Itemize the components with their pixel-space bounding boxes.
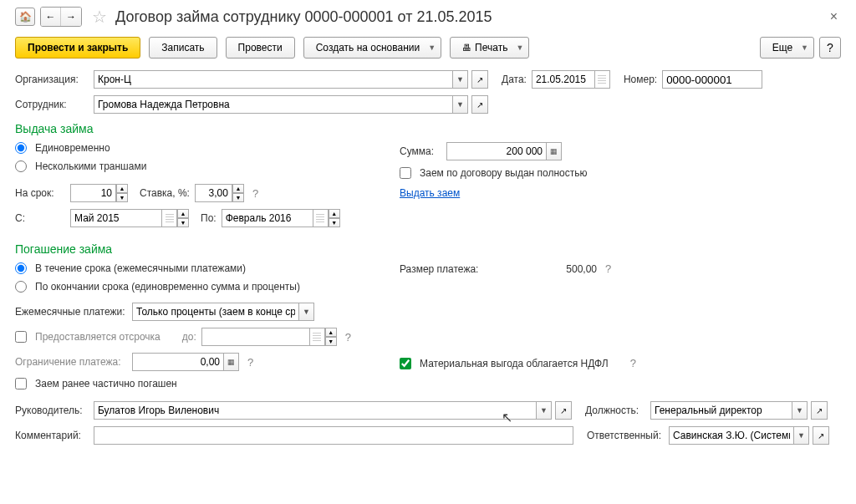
chevron-down-icon[interactable]: ▼ [299, 303, 314, 321]
manager-label: Руководитель: [15, 405, 89, 416]
help-icon[interactable]: ? [247, 356, 253, 369]
calendar-icon[interactable] [310, 328, 325, 346]
manager-field[interactable]: ▼ ↗ [94, 401, 572, 420]
org-label: Организация: [15, 74, 89, 85]
date-label: Дата: [502, 74, 527, 85]
repay-end-radio[interactable] [15, 281, 27, 293]
spin-down[interactable]: ▼ [177, 218, 189, 227]
comment-label: Комментарий: [15, 430, 89, 441]
open-reference-icon[interactable]: ↗ [813, 426, 829, 445]
help-icon[interactable]: ? [630, 357, 636, 369]
limit-field[interactable]: ▦ [132, 353, 239, 371]
favorite-star-icon[interactable]: ☆ [92, 7, 107, 27]
from-label: С: [15, 212, 65, 224]
chevron-down-icon: ▼ [516, 43, 523, 52]
deferral-to-label: до: [182, 331, 196, 343]
spin-up[interactable]: ▲ [116, 184, 128, 193]
page-title: Договор займа сотруднику 0000-000001 от … [115, 8, 492, 26]
period-to-field[interactable]: ▲▼ [222, 209, 340, 227]
printer-icon [462, 42, 471, 53]
fully-issued-checkbox[interactable] [400, 167, 411, 179]
monthly-label: Ежемесячные платежи: [15, 306, 127, 318]
repay-end-label: По окончании срока (единовременно сумма … [35, 281, 300, 293]
spin-down[interactable]: ▼ [116, 193, 128, 202]
term-field[interactable]: ▲▼ [70, 184, 128, 202]
help-icon[interactable]: ? [252, 187, 258, 200]
deferral-to-field[interactable]: ▲▼ [201, 328, 337, 346]
post-and-close-button[interactable]: Провести и закрыть [15, 37, 140, 59]
date-field[interactable] [532, 70, 610, 89]
more-button[interactable]: Еще ▼ [760, 37, 814, 59]
issue-once-label: Единовременно [35, 142, 110, 154]
issue-once-radio[interactable] [15, 142, 27, 154]
rate-field[interactable]: ▲▼ [195, 184, 244, 202]
spin-down[interactable]: ▼ [325, 337, 337, 346]
ndfl-label: Материальная выгода облагается НДФЛ [420, 358, 609, 369]
period-from-field[interactable]: ▲▼ [70, 209, 189, 227]
open-reference-icon[interactable]: ↗ [811, 401, 828, 420]
calendar-icon[interactable] [595, 70, 610, 89]
spin-up[interactable]: ▲ [329, 209, 340, 218]
chevron-down-icon[interactable]: ▼ [537, 401, 552, 420]
calendar-icon[interactable] [162, 209, 177, 227]
post-button[interactable]: Провести [226, 37, 295, 59]
payment-label: Размер платежа: [400, 263, 492, 275]
responsible-label: Ответственный: [587, 430, 664, 441]
repay-section-title: Погашение займа [15, 242, 841, 256]
repay-during-label: В течение срока (ежемесячными платежами) [35, 262, 246, 274]
rate-label: Ставка, %: [140, 187, 190, 199]
chevron-down-icon[interactable]: ▼ [794, 426, 809, 445]
spin-down[interactable]: ▼ [329, 218, 340, 227]
spin-up[interactable]: ▲ [325, 328, 337, 337]
calendar-icon[interactable] [313, 209, 329, 227]
open-reference-icon[interactable]: ↗ [471, 95, 488, 114]
help-button[interactable]: ? [819, 37, 841, 59]
payment-value: 500,00 [497, 263, 597, 275]
deferral-checkbox[interactable] [15, 331, 27, 343]
repay-during-radio[interactable] [15, 262, 27, 274]
home-button[interactable]: 🏠 [15, 8, 35, 26]
partial-label: Заем ранее частично погашен [35, 378, 177, 389]
issue-tranches-radio[interactable] [15, 160, 27, 172]
chevron-down-icon[interactable]: ▼ [792, 401, 808, 420]
employee-label: Сотрудник: [15, 99, 89, 110]
number-field[interactable] [662, 70, 762, 89]
spin-down[interactable]: ▼ [232, 193, 244, 202]
org-field[interactable]: ▼ ↗ [94, 70, 488, 89]
help-icon[interactable]: ? [345, 331, 351, 344]
ndfl-checkbox[interactable] [400, 358, 411, 369]
spin-up[interactable]: ▲ [177, 209, 189, 218]
save-button[interactable]: Записать [149, 37, 217, 59]
chevron-down-icon: ▼ [428, 43, 436, 52]
open-reference-icon[interactable]: ↗ [555, 401, 572, 420]
limit-label: Ограничение платежа: [15, 356, 127, 368]
chevron-down-icon: ▼ [801, 43, 808, 52]
chevron-down-icon[interactable]: ▼ [453, 70, 468, 89]
employee-field[interactable]: ▼ ↗ [94, 95, 488, 114]
print-button[interactable]: Печать ▼ [450, 37, 529, 59]
monthly-field[interactable]: ▼ [132, 303, 314, 321]
calculator-icon[interactable]: ▦ [547, 142, 562, 160]
amount-label: Сумма: [400, 145, 441, 157]
forward-button[interactable]: → [61, 8, 81, 26]
comment-field[interactable] [94, 426, 573, 445]
issue-section-title: Выдача займа [15, 122, 841, 135]
issue-loan-link[interactable]: Выдать заем [400, 187, 460, 199]
deferral-label: Предоставляется отсрочка [35, 331, 160, 343]
partial-checkbox[interactable] [15, 378, 27, 389]
close-icon[interactable]: × [827, 9, 841, 24]
responsible-field[interactable]: ▼ ↗ [669, 426, 829, 445]
calculator-icon[interactable]: ▦ [224, 353, 239, 371]
back-button[interactable]: ← [41, 8, 61, 26]
position-field[interactable]: ▼ ↗ [650, 401, 828, 420]
help-icon[interactable]: ? [605, 262, 611, 275]
position-label: Должность: [585, 405, 645, 416]
fully-issued-label: Заем по договору выдан полностью [420, 167, 588, 179]
spin-up[interactable]: ▲ [232, 184, 244, 193]
number-label: Номер: [624, 74, 657, 85]
to-label: По: [201, 212, 217, 224]
amount-field[interactable]: ▦ [446, 142, 562, 160]
chevron-down-icon[interactable]: ▼ [453, 95, 468, 114]
create-based-on-button[interactable]: Создать на основании ▼ [303, 37, 441, 59]
open-reference-icon[interactable]: ↗ [471, 70, 488, 89]
